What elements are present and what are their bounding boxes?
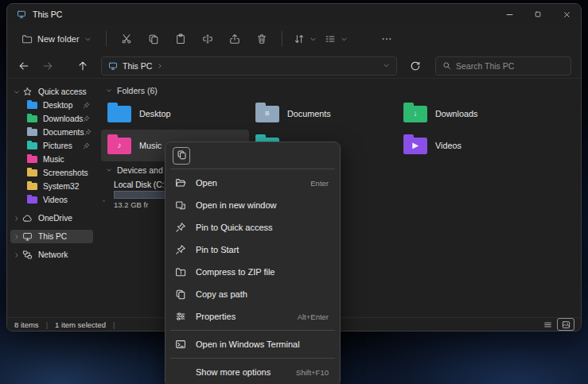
pin-icon (83, 102, 90, 109)
command-bar: New folder (7, 25, 581, 53)
view-button[interactable] (321, 28, 351, 50)
up-button[interactable] (72, 56, 93, 76)
folder-name: Documents (287, 109, 331, 118)
sidebar-item-label: System32 (43, 182, 79, 191)
address-bar[interactable]: This PC (101, 56, 397, 76)
sidebar-item-pictures[interactable]: Pictures (10, 139, 93, 153)
folder-open-icon (175, 177, 188, 188)
folder-name: Desktop (139, 109, 171, 118)
folder-name: Music (139, 141, 162, 150)
sidebar-item-screenshots[interactable]: Screenshots (10, 166, 93, 180)
titlebar[interactable]: This PC (7, 4, 581, 25)
folder-tile-documents[interactable]: ≡Documents (249, 98, 397, 130)
folder-tile-downloads[interactable]: ↓Downloads (397, 98, 545, 130)
folder-icon (27, 169, 39, 176)
details-view-button[interactable] (539, 319, 555, 330)
minimize-button[interactable] (495, 4, 524, 25)
new-folder-label: New folder (37, 34, 80, 44)
sidebar-item-onedrive[interactable]: OneDrive (10, 211, 93, 225)
see-more-button[interactable] (375, 28, 399, 50)
folder-icon: ↓ (403, 106, 427, 122)
sidebar-item-label: Pictures (43, 142, 72, 150)
app-icon (17, 10, 26, 19)
menu-item-label: Properties (196, 312, 236, 321)
chevron-right-icon[interactable] (14, 252, 22, 258)
sidebar-item-this-pc[interactable]: This PC (10, 230, 93, 243)
menu-item-pin-to-start[interactable]: Pin to Start (169, 239, 337, 261)
menu-separator (170, 169, 335, 169)
folder-icon: ▶ (403, 138, 427, 154)
sidebar-item-videos[interactable]: Videos (10, 193, 93, 207)
menu-item-label: Show more options (196, 367, 271, 377)
rename-button[interactable] (196, 28, 220, 50)
sidebar-item-system32[interactable]: System32 (10, 180, 93, 193)
menu-item-shortcut: Enter (310, 179, 329, 188)
back-button[interactable] (14, 56, 34, 76)
sidebar-item-label: Desktop (43, 101, 72, 110)
folder-name: Downloads (435, 109, 477, 118)
folder-tile-videos[interactable]: ▶Videos (397, 130, 545, 161)
close-button[interactable] (552, 4, 581, 25)
sort-button[interactable] (290, 28, 320, 50)
search-box[interactable] (435, 56, 571, 76)
folder-name: Videos (435, 141, 461, 150)
menu-item-show-more-options[interactable]: Show more optionsShift+F10 (169, 361, 337, 383)
sidebar-item-downloads[interactable]: Downloads (10, 112, 93, 126)
this-pc-icon (108, 61, 118, 71)
sidebar-item-music[interactable]: Music (10, 153, 93, 166)
cut-button[interactable] (115, 28, 138, 50)
menu-item-properties[interactable]: PropertiesAlt+Enter (169, 305, 337, 328)
copy-path-icon (175, 289, 188, 300)
menu-item-pin-to-quick-access[interactable]: Pin to Quick access (169, 216, 337, 239)
forward-button[interactable] (37, 56, 58, 76)
sidebar-item-network[interactable]: Network (10, 248, 93, 262)
toolbar-separator (106, 31, 107, 47)
folder-tile-desktop[interactable]: Desktop (101, 98, 249, 130)
folder-glyph: ▶ (412, 142, 419, 149)
chevron-down-icon (310, 36, 317, 43)
sidebar-item-quick-access[interactable]: Quick access (10, 85, 93, 99)
chevron-right-icon[interactable] (157, 63, 163, 69)
refresh-button[interactable] (405, 56, 426, 76)
large-icons-view-button[interactable] (558, 319, 574, 330)
share-button[interactable] (223, 28, 247, 50)
menu-item-open-in-new-window[interactable]: Open in new window (169, 194, 337, 216)
menu-item-label: Open (196, 178, 217, 188)
sidebar-item-label: Documents (43, 128, 84, 137)
search-input[interactable] (456, 61, 564, 71)
menu-item-compress-to-zip-file[interactable]: Compress to ZIP file (169, 261, 337, 283)
chevron-down-icon[interactable] (14, 89, 22, 95)
new-folder-button[interactable]: New folder (15, 28, 98, 50)
chevron-down-icon (84, 36, 92, 43)
folders-section-header[interactable]: Folders (6) (101, 83, 581, 98)
chevron-right-icon[interactable] (14, 215, 22, 222)
sidebar-item-documents[interactable]: Documents (10, 126, 93, 139)
menu-item-label: Open in Windows Terminal (196, 339, 300, 349)
address-dropdown-icon[interactable] (383, 62, 390, 69)
delete-button[interactable] (250, 28, 274, 50)
menu-item-copy-as-path[interactable]: Copy as path (169, 283, 337, 305)
toolbar-separator (282, 31, 282, 47)
context-menu: OpenEnterOpen in new windowPin to Quick … (165, 142, 341, 384)
caption-buttons (495, 4, 581, 25)
sidebar-item-label: Downloads (43, 114, 83, 123)
window-title: This PC (33, 10, 62, 19)
sidebar-item-label: Videos (43, 196, 68, 204)
terminal-icon (175, 339, 188, 350)
menu-item-open[interactable]: OpenEnter (169, 172, 337, 194)
sidebar-item-desktop[interactable]: Desktop (10, 99, 93, 112)
copy-button[interactable] (173, 147, 190, 165)
chevron-down-icon (341, 36, 348, 43)
selection-count: 1 item selected (55, 320, 106, 329)
menu-item-shortcut: Shift+F10 (296, 368, 329, 377)
paste-button[interactable] (169, 28, 193, 50)
chevron-down-icon[interactable] (106, 167, 112, 173)
chevron-down-icon[interactable] (106, 87, 112, 94)
breadcrumb[interactable]: This PC (123, 61, 152, 71)
copy-button[interactable] (142, 28, 165, 50)
maximize-button[interactable] (524, 4, 552, 25)
sidebar: Quick accessDesktopDownloadsDocumentsPic… (7, 79, 96, 317)
menu-item-open-in-windows-terminal[interactable]: Open in Windows Terminal (169, 333, 337, 355)
chevron-right-icon[interactable] (14, 234, 22, 240)
network-icon (22, 250, 34, 260)
